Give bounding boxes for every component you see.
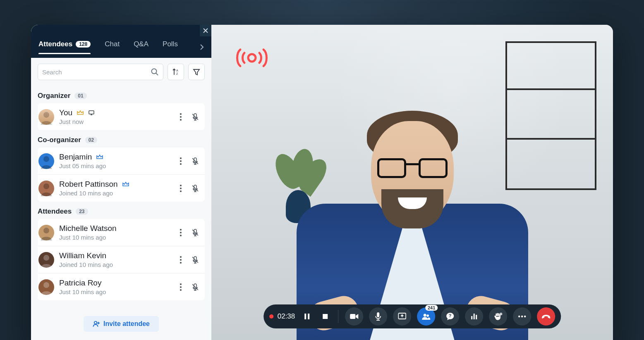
control-bar: 02:38 241 ? xyxy=(263,304,561,328)
mic-muted-icon[interactable] xyxy=(191,283,200,292)
video-stage: 02:38 241 ? xyxy=(211,25,613,340)
attendee-name: Benjamin xyxy=(59,152,92,162)
search-row: A Z xyxy=(31,58,211,86)
more-options-button[interactable] xyxy=(513,307,531,326)
attendee-name: Patricia Roy xyxy=(59,278,101,288)
svg-rect-22 xyxy=(474,314,475,319)
svg-rect-12 xyxy=(304,314,306,319)
speaker-video xyxy=(211,25,613,340)
tab-label: Polls xyxy=(163,40,178,48)
participants-button[interactable]: 241 xyxy=(417,307,435,326)
live-indicator xyxy=(232,45,272,70)
microphone-icon xyxy=(375,312,381,321)
add-person-icon xyxy=(93,320,100,328)
attendee-info: Benjamin Just 05 mins ago xyxy=(59,152,178,169)
attendee-name: You xyxy=(59,108,72,117)
svg-point-29 xyxy=(524,316,526,317)
search-input[interactable] xyxy=(42,69,151,76)
svg-point-28 xyxy=(521,316,523,317)
close-icon xyxy=(203,28,208,33)
filter-button[interactable] xyxy=(188,64,205,80)
svg-point-7 xyxy=(43,228,49,233)
attendee-sub: Joined 10 mins ago xyxy=(59,190,178,197)
attendee-name: Robert Pattinson xyxy=(59,180,118,189)
tab-attendees[interactable]: Attendees 128 xyxy=(38,40,91,54)
panel-header: Attendees 128 Chat Q&A Polls xyxy=(31,25,211,58)
attendee-sub: Just 05 mins ago xyxy=(59,162,178,169)
attendee-more-button[interactable] xyxy=(178,254,183,265)
invite-bar: Invite attendee xyxy=(31,310,211,340)
sort-button[interactable]: A Z xyxy=(168,64,184,80)
invite-attendee-button[interactable]: Invite attendee xyxy=(84,316,159,332)
host-crown-icon xyxy=(77,109,84,116)
end-call-button[interactable] xyxy=(537,307,555,326)
svg-rect-14 xyxy=(323,314,328,319)
qa-button[interactable]: ? xyxy=(441,307,459,326)
attendee-info: Patricia Roy Just 10 mins ago xyxy=(59,278,178,295)
avatar-placeholder-icon xyxy=(38,225,54,240)
invite-label: Invite attendee xyxy=(103,320,150,328)
avatar-placeholder-icon xyxy=(38,181,54,196)
pause-recording-button[interactable] xyxy=(301,307,313,326)
group-count: 02 xyxy=(85,137,97,143)
mic-muted-icon[interactable] xyxy=(191,112,200,121)
svg-rect-4 xyxy=(89,111,94,114)
question-bubble-icon: ? xyxy=(446,312,454,321)
reactions-button[interactable] xyxy=(489,307,507,326)
attendee-sub: Joined 10 mins ago xyxy=(59,261,178,268)
attendee-sub: Just 10 mins ago xyxy=(59,288,178,295)
avatar-placeholder-icon xyxy=(38,109,54,125)
svg-rect-15 xyxy=(350,314,355,319)
attendee-more-button[interactable] xyxy=(178,112,183,122)
stop-recording-button[interactable] xyxy=(319,307,331,326)
attendee-more-button[interactable] xyxy=(178,282,183,292)
close-panel-button[interactable] xyxy=(200,25,211,36)
tabs-scroll-right[interactable] xyxy=(200,44,204,50)
mic-muted-icon[interactable] xyxy=(191,255,200,264)
avatar-placeholder-icon xyxy=(38,153,54,169)
svg-point-9 xyxy=(43,282,49,288)
attendees-panel: Attendees 128 Chat Q&A Polls xyxy=(31,25,211,340)
avatar xyxy=(38,153,54,169)
svg-rect-23 xyxy=(476,315,477,319)
svg-text:?: ? xyxy=(449,313,452,318)
microphone-button[interactable] xyxy=(369,307,387,326)
attendee-info: Robert Pattinson Joined 10 mins ago xyxy=(59,180,178,197)
polls-button[interactable] xyxy=(465,307,483,326)
svg-point-11 xyxy=(248,54,256,62)
group-title: Co-organizer xyxy=(38,136,81,144)
share-screen-button[interactable] xyxy=(393,307,411,326)
tab-polls[interactable]: Polls xyxy=(163,40,178,54)
avatar xyxy=(38,225,54,240)
camera-button[interactable] xyxy=(345,307,363,326)
attendee-groups: Organizer 01 You Just now xyxy=(31,86,211,340)
filter-icon xyxy=(192,68,201,76)
svg-rect-16 xyxy=(377,312,379,317)
tab-label: Attendees xyxy=(38,40,72,48)
attendee-more-button[interactable] xyxy=(178,183,183,194)
attendee-info: Michelle Watson Just 10 mins ago xyxy=(59,224,178,241)
cohost-crown-icon xyxy=(122,181,129,188)
panel-tabs: Attendees 128 Chat Q&A Polls xyxy=(38,40,204,54)
attendee-info: William Kevin Joined 10 mins ago xyxy=(59,251,178,268)
mic-muted-icon[interactable] xyxy=(191,184,200,193)
attendees-list: Michelle Watson Just 10 mins ago William… xyxy=(38,219,205,300)
group-count: 01 xyxy=(74,93,86,99)
attendees-count-pill: 128 xyxy=(76,41,91,48)
attendee-row: You Just now xyxy=(38,103,205,130)
mic-muted-icon[interactable] xyxy=(191,228,200,237)
attendee-name: William Kevin xyxy=(59,251,106,260)
tab-chat[interactable]: Chat xyxy=(105,40,120,54)
bar-chart-icon xyxy=(470,313,478,320)
attendee-more-button[interactable] xyxy=(178,156,183,166)
cohost-crown-icon xyxy=(96,154,103,160)
avatar xyxy=(38,181,54,196)
mic-muted-icon[interactable] xyxy=(191,157,200,166)
svg-point-24 xyxy=(500,313,502,315)
group-count: 23 xyxy=(76,208,88,215)
attendee-more-button[interactable] xyxy=(178,227,183,238)
attendee-name: Michelle Watson xyxy=(59,224,117,233)
search-box[interactable] xyxy=(38,64,163,80)
svg-point-19 xyxy=(426,314,429,317)
tab-qa[interactable]: Q&A xyxy=(134,40,148,54)
